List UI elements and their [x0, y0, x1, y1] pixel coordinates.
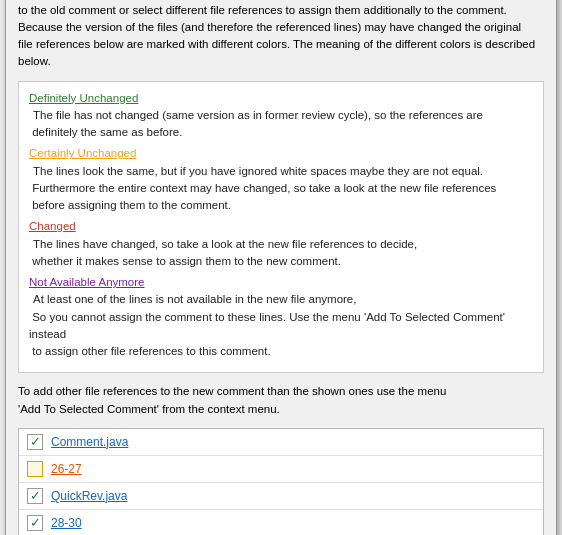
def-unchanged-desc: The file has not changed (same version a… — [29, 109, 483, 138]
file-item-quickrev-java[interactable]: ✓ QuickRev.java — [19, 483, 543, 510]
checkbox-comment-java[interactable]: ✓ — [27, 434, 43, 450]
file-link-comment-java[interactable]: Comment.java — [51, 435, 128, 449]
file-item-28-30[interactable]: ✓ 28-30 — [19, 510, 543, 535]
not-avail-desc: At least one of the lines is not availab… — [29, 293, 505, 357]
intro-text: To create a comment reference you can ju… — [18, 0, 544, 71]
file-link-26-27[interactable]: 26-27 — [51, 462, 82, 476]
cert-unchanged-desc: The lines look the same, but if you have… — [29, 165, 496, 212]
status-cert-unchanged: Certainly Unchanged The lines look the s… — [29, 145, 533, 214]
footer-text: To add other file references to the new … — [18, 383, 544, 418]
checkbox-26-27[interactable] — [27, 461, 43, 477]
file-link-quickrev-java[interactable]: QuickRev.java — [51, 489, 127, 503]
file-item-26-27[interactable]: 26-27 — [19, 456, 543, 483]
info-box: Definitely Unchanged The file has not ch… — [18, 81, 544, 374]
create-comment-reference-dialog: Create Comment-Reference ✕ To create a c… — [5, 0, 557, 535]
file-item-comment-java[interactable]: ✓ Comment.java — [19, 429, 543, 456]
cert-unchanged-label[interactable]: Certainly Unchanged — [29, 147, 136, 159]
status-not-avail: Not Available Anymore At least one of th… — [29, 274, 533, 360]
checkbox-quickrev-java[interactable]: ✓ — [27, 488, 43, 504]
def-unchanged-label[interactable]: Definitely Unchanged — [29, 92, 138, 104]
checkmark-icon-2: ✓ — [30, 489, 41, 502]
file-list: ✓ Comment.java 26-27 ✓ QuickRev.java ✓ — [18, 428, 544, 535]
checkbox-28-30[interactable]: ✓ — [27, 515, 43, 531]
changed-desc: The lines have changed, so take a look a… — [29, 238, 417, 267]
status-def-unchanged: Definitely Unchanged The file has not ch… — [29, 90, 533, 142]
file-link-28-30[interactable]: 28-30 — [51, 516, 82, 530]
dialog-body: To create a comment reference you can ju… — [6, 0, 556, 535]
changed-label[interactable]: Changed — [29, 220, 76, 232]
checkmark-icon-3: ✓ — [30, 516, 41, 529]
status-changed: Changed The lines have changed, so take … — [29, 218, 533, 270]
not-avail-label[interactable]: Not Available Anymore — [29, 276, 145, 288]
checkmark-icon: ✓ — [30, 435, 41, 448]
